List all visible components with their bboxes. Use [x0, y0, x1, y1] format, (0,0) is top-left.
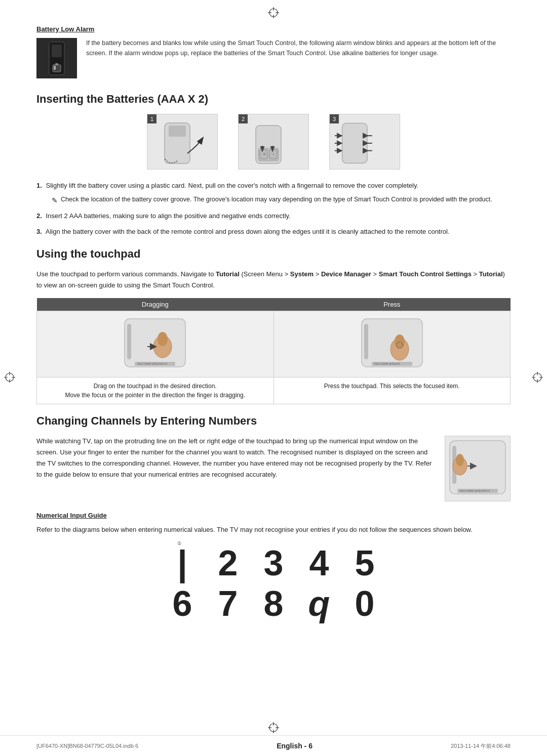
battery-instructions: 1. Slightly lift the battery cover using…: [36, 181, 511, 237]
instruction-3-text: Align the battery cover with the back of…: [46, 228, 450, 235]
instruction-3-num: 3.: [36, 228, 42, 235]
svg-point-32: [158, 332, 168, 346]
svg-rect-16: [52, 45, 62, 57]
svg-rect-28: [342, 123, 367, 163]
instruction-2-num: 2.: [36, 212, 42, 220]
step-1-image: 1: [147, 114, 218, 170]
svg-rect-36: [364, 324, 368, 359]
number-display-row1: ① | 2 3 4: [36, 545, 511, 581]
footer-right: 2013-11-14 午前4:06:48: [451, 742, 511, 750]
digit-0: 0: [344, 586, 385, 621]
svg-rect-18: [55, 63, 58, 65]
instruction-2-text: Insert 2 AAA batteries, making sure to a…: [46, 212, 290, 220]
step-1-number: 1: [147, 114, 157, 123]
battery-steps-diagram: 1: [36, 114, 511, 170]
battery-alarm-text: If the battery becomes and blanks low wh…: [86, 38, 511, 58]
changing-channels-heading: Changing Channels by Entering Numbers: [36, 414, 511, 428]
step-3-number: 3: [330, 114, 339, 123]
svg-text:RECOMM.⊕SEARCH: RECOMM.⊕SEARCH: [460, 489, 490, 492]
svg-text:RECOMM.⊕SEARCH: RECOMM.⊕SEARCH: [137, 362, 167, 365]
press-caption: Press the touchpad. This selects the foc…: [274, 377, 511, 395]
digit-1: ① |: [162, 545, 203, 581]
battery-icon: [36, 38, 77, 78]
step-3-image: 3: [329, 114, 400, 170]
digit-8: 8: [253, 586, 294, 621]
press-cell: RECOMM.⊕SEAR Press the touchpad. This se…: [274, 311, 511, 404]
crosshair-left: [4, 372, 15, 385]
digit-7: 7: [208, 586, 248, 621]
battery-alarm-title: Battery Low Alarm: [36, 25, 511, 33]
changing-channels-content: While watching TV, tap on the protruding…: [36, 436, 511, 501]
digit-2: 2: [208, 545, 248, 581]
dragging-image: RECOMM.⊕SEARCH: [37, 311, 274, 377]
using-touchpad-section: Using the touchpad Use the touchpad to p…: [36, 247, 511, 404]
diagram-step-3: 3: [329, 114, 400, 170]
svg-rect-19: [54, 66, 56, 70]
changing-channels-text: While watching TV, tap on the protruding…: [36, 436, 433, 501]
battery-alarm-section: Battery Low Alarm If the battery becomes: [36, 25, 511, 78]
instruction-1: 1. Slightly lift the battery cover using…: [36, 181, 511, 206]
dragging-caption: Drag on the touchpad in the desired dire…: [37, 377, 274, 404]
svg-text:RECOMM.⊕SEAR: RECOMM.⊕SEAR: [374, 362, 400, 365]
page-footer: [UF6470-XN]BN68-04779C-05L04.indb 6 Engl…: [0, 735, 547, 756]
page-container: Battery Low Alarm If the battery becomes: [0, 0, 547, 756]
digit-9: q: [299, 586, 339, 621]
touchpad-heading: Using the touchpad: [36, 247, 511, 261]
press-header: Press: [274, 298, 511, 311]
svg-text:+: +: [263, 151, 266, 157]
step-2-image: 2 + -: [238, 114, 309, 170]
dragging-caption-2: Move the focus or the pointer in the dir…: [65, 392, 245, 399]
dragging-caption-1: Drag on the touchpad in the desired dire…: [94, 383, 217, 390]
step-2-number: 2: [239, 114, 248, 123]
instruction-note: ✎ Check the location of the battery cove…: [52, 194, 511, 206]
crosshair-right: [532, 372, 543, 385]
svg-rect-30: [127, 324, 131, 359]
diagram-step-2: 2 + -: [238, 114, 309, 170]
instruction-1-text: Slightly lift the battery cover using a …: [46, 182, 418, 189]
digit-5: 5: [344, 545, 385, 581]
crosshair-bottom: [268, 722, 279, 735]
instruction-3: 3. Align the battery cover with the back…: [36, 227, 511, 237]
numerical-guide-title: Numerical Input Guide: [36, 512, 511, 519]
battery-alarm-content: If the battery becomes and blanks low wh…: [36, 38, 511, 78]
inserting-batteries-section: Inserting the Batteries (AAA X 2) 1: [36, 93, 511, 237]
dragging-content: RECOMM.⊕SEARCH Drag on the touchpad in t…: [37, 311, 274, 404]
press-content: RECOMM.⊕SEAR Press the touchpad. This se…: [274, 311, 511, 395]
footer-left: [UF6470-XN]BN68-04779C-05L04.indb 6: [36, 743, 138, 749]
digit-6: 6: [162, 586, 203, 621]
instruction-2: 2. Insert 2 AAA batteries, making sure t…: [36, 211, 511, 222]
number-display-row2: 6 7 8 q: [36, 586, 511, 621]
svg-rect-21: [169, 125, 186, 137]
svg-point-45: [456, 454, 464, 466]
dragging-header: Dragging: [37, 298, 274, 311]
touchpad-table: Dragging Press: [36, 298, 511, 404]
touchpad-intro-text: Use the touchpad to perform various comm…: [36, 269, 511, 291]
changing-channels-section: Changing Channels by Entering Numbers Wh…: [36, 414, 511, 621]
changing-channels-image: RECOMM.⊕SEARCH: [445, 436, 511, 501]
diagram-step-1: 1: [147, 114, 218, 170]
footer-center: English - 6: [277, 742, 312, 750]
instruction-note-text: Check the location of the battery cover …: [61, 194, 492, 206]
dragging-cell: RECOMM.⊕SEARCH Drag on the touchpad in t…: [37, 311, 274, 404]
digit-3: 3: [253, 545, 294, 581]
svg-point-38: [395, 334, 405, 349]
press-image: RECOMM.⊕SEAR: [274, 311, 511, 377]
svg-text:-: -: [272, 151, 274, 157]
crosshair-top: [268, 7, 279, 20]
note-icon: ✎: [52, 195, 58, 206]
instruction-1-num: 1.: [36, 182, 42, 189]
digit-4: 4: [299, 545, 339, 581]
inserting-batteries-heading: Inserting the Batteries (AAA X 2): [36, 93, 511, 106]
numerical-guide-text: Refer to the diagrams below when enterin…: [36, 524, 511, 535]
